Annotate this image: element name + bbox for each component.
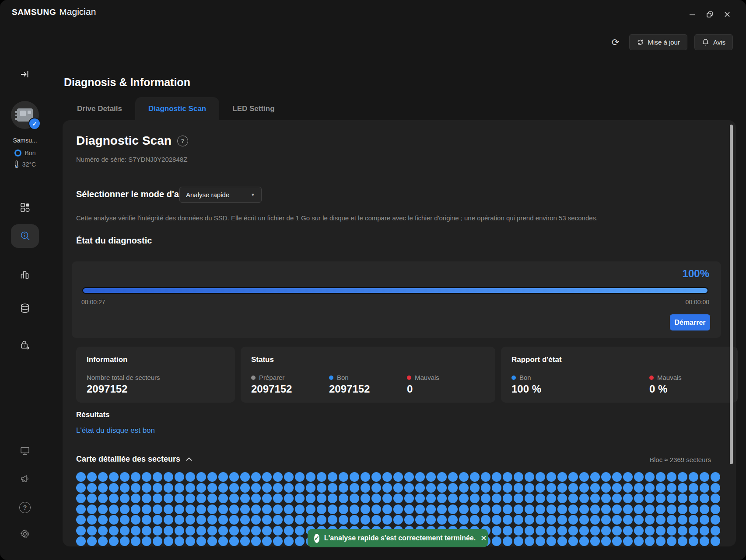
sector-map-heading: Carte détaillée des secteurs xyxy=(76,455,180,464)
sidebar-item-diagnosis[interactable] xyxy=(11,224,39,248)
close-button[interactable] xyxy=(721,9,733,20)
sector-dot xyxy=(120,494,130,503)
sector-dot xyxy=(590,483,600,493)
monitor-icon xyxy=(19,445,31,456)
scan-mode-select[interactable]: Analyse rapide ▼ xyxy=(179,187,262,203)
sector-dot xyxy=(470,504,480,514)
notice-button[interactable]: Avis xyxy=(694,34,733,50)
sector-dot xyxy=(426,504,436,514)
sector-dot xyxy=(437,504,447,514)
sector-dot xyxy=(76,494,86,503)
dashboard-grid-icon xyxy=(19,202,31,213)
sector-dot xyxy=(306,494,315,503)
sector-dot xyxy=(503,515,512,525)
sector-dot xyxy=(514,536,523,546)
sidebar-item-announcements[interactable] xyxy=(11,467,39,490)
scan-help-icon[interactable]: ? xyxy=(177,136,188,146)
tab-drive-details[interactable]: Drive Details xyxy=(64,97,135,120)
drive-avatar[interactable]: ✓ xyxy=(0,101,50,129)
expand-arrow-icon xyxy=(20,70,30,79)
update-button[interactable]: Mise à jour xyxy=(629,34,687,50)
gray-dot-icon xyxy=(251,376,256,380)
sector-dot xyxy=(175,483,184,493)
sector-dot xyxy=(689,472,698,482)
sector-dot xyxy=(273,494,283,503)
sector-dot xyxy=(251,483,261,493)
sector-dot xyxy=(415,504,425,514)
sector-dot xyxy=(623,472,633,482)
sector-dot xyxy=(382,494,392,503)
sidebar-item-settings[interactable] xyxy=(11,522,39,546)
sidebar-item-security[interactable] xyxy=(11,333,39,357)
sector-dot xyxy=(87,504,97,514)
sector-dot xyxy=(306,483,315,493)
sidebar-item-performance[interactable] xyxy=(11,263,39,287)
sector-dot xyxy=(153,504,162,514)
progress-card: 100% 00:00:27 00:00:00 Démarrer xyxy=(72,261,721,338)
sector-dot xyxy=(76,515,86,525)
tab-led-setting[interactable]: LED Setting xyxy=(219,97,287,120)
sidebar-item-help[interactable]: ? xyxy=(11,496,39,519)
sector-dot xyxy=(645,536,655,546)
sector-dot xyxy=(601,472,611,482)
success-toast: ✓ L'analyse rapide s'est correctement te… xyxy=(308,529,488,547)
sector-dot xyxy=(350,515,359,525)
sector-dot xyxy=(492,515,501,525)
sector-dot xyxy=(700,494,709,503)
sector-dot xyxy=(590,515,600,525)
sector-dot xyxy=(470,515,480,525)
sector-dot xyxy=(393,504,403,514)
diagnostic-scan-panel: Diagnostic Scan ? Numéro de série: S7YDN… xyxy=(63,120,736,546)
sector-dot xyxy=(656,483,665,493)
sector-dot xyxy=(678,536,687,546)
sector-dot xyxy=(634,515,644,525)
sidebar-expand-button[interactable] xyxy=(0,70,50,79)
sector-dot xyxy=(656,515,665,525)
tab-diagnostic-scan[interactable]: Diagnostic Scan xyxy=(135,97,219,120)
sector-dot xyxy=(76,483,86,493)
sector-dot xyxy=(448,483,458,493)
sector-dot xyxy=(437,472,447,482)
minimize-button[interactable] xyxy=(686,9,698,20)
restore-button[interactable] xyxy=(704,9,715,20)
sector-dot xyxy=(536,526,545,536)
sector-dot xyxy=(76,472,86,482)
start-button[interactable]: Démarrer xyxy=(670,314,710,330)
sector-dot xyxy=(700,515,709,525)
sector-count-label: Nombre total de secteurs xyxy=(87,374,160,381)
restore-icon xyxy=(706,10,714,18)
sector-dot xyxy=(284,483,294,493)
sidebar-item-system[interactable] xyxy=(11,439,39,463)
sector-dot xyxy=(229,494,239,503)
sector-dot xyxy=(295,494,305,503)
sector-dot xyxy=(393,472,403,482)
sector-dot xyxy=(546,536,556,546)
sector-dot xyxy=(240,515,250,525)
refresh-button[interactable]: ⟳ xyxy=(609,36,622,49)
sector-dot xyxy=(634,536,644,546)
vertical-scrollbar[interactable] xyxy=(730,125,733,464)
sidebar-item-data-management[interactable] xyxy=(11,296,39,320)
scan-heading: Diagnostic Scan xyxy=(76,134,172,148)
sector-dot xyxy=(186,526,195,536)
database-icon xyxy=(19,303,31,314)
sector-dot xyxy=(404,472,414,482)
sidebar-item-dashboard[interactable] xyxy=(11,195,39,219)
sector-dot xyxy=(175,536,184,546)
tab-bar: Drive Details Diagnostic Scan LED Settin… xyxy=(64,97,288,120)
report-good: Bon 100 % xyxy=(511,374,649,395)
sector-dot xyxy=(207,472,217,482)
sector-dot xyxy=(590,526,600,536)
bell-icon xyxy=(702,38,709,46)
chevron-up-icon[interactable] xyxy=(186,457,193,462)
toast-close-icon[interactable]: ✕ xyxy=(480,535,487,542)
sector-dot xyxy=(667,526,676,536)
sector-dot xyxy=(667,536,676,546)
sector-dot xyxy=(579,472,589,482)
sector-dot xyxy=(612,494,622,503)
sector-dot xyxy=(634,526,644,536)
sector-dot xyxy=(568,483,578,493)
sector-dot xyxy=(678,515,687,525)
sector-dot xyxy=(196,483,206,493)
sector-dot xyxy=(481,504,490,514)
